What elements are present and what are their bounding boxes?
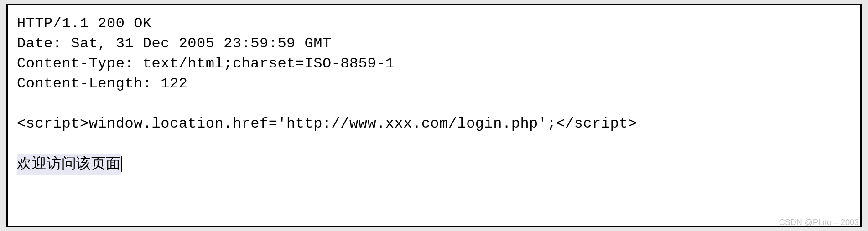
body-text-wrapper: 欢迎访问该页面: [17, 154, 851, 175]
http-response-block: HTTP/1.1 200 OK Date: Sat, 31 Dec 2005 2…: [6, 4, 862, 227]
body-text: 欢迎访问该页面: [17, 154, 121, 175]
content-length-header: Content-Length: 122: [17, 74, 851, 94]
date-header: Date: Sat, 31 Dec 2005 23:59:59 GMT: [17, 34, 851, 54]
blank-line: [17, 94, 851, 114]
content-type-header: Content-Type: text/html;charset=ISO-8859…: [17, 54, 851, 74]
body-script-line: <script>window.location.href='http://www…: [17, 114, 851, 134]
status-line: HTTP/1.1 200 OK: [17, 14, 851, 34]
watermark: CSDN @Pluto – 2003: [779, 218, 859, 227]
text-cursor: [121, 156, 122, 172]
blank-line: [17, 134, 851, 154]
